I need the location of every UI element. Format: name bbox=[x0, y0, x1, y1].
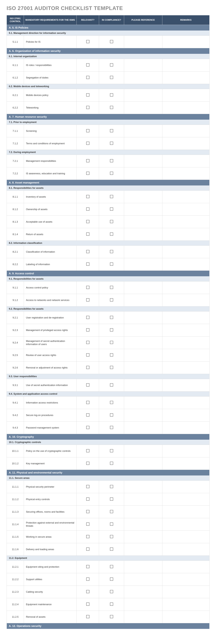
remarks-cell[interactable] bbox=[162, 228, 209, 241]
compliance-checkbox[interactable] bbox=[110, 383, 113, 386]
remarks-cell[interactable] bbox=[162, 167, 209, 180]
compliance-checkbox[interactable] bbox=[110, 298, 113, 302]
relevant-checkbox[interactable] bbox=[86, 262, 89, 266]
compliance-checkbox[interactable] bbox=[110, 341, 113, 344]
remarks-cell[interactable] bbox=[162, 324, 209, 336]
remarks-cell[interactable] bbox=[162, 573, 209, 586]
reference-cell[interactable] bbox=[124, 36, 162, 48]
relevant-checkbox[interactable] bbox=[86, 578, 89, 581]
remarks-cell[interactable] bbox=[162, 258, 209, 271]
reference-cell[interactable] bbox=[124, 362, 162, 374]
reference-cell[interactable] bbox=[124, 506, 162, 518]
reference-cell[interactable] bbox=[124, 481, 162, 493]
reference-cell[interactable] bbox=[124, 409, 162, 422]
relevant-checkbox[interactable] bbox=[86, 535, 89, 538]
compliance-checkbox[interactable] bbox=[110, 328, 113, 332]
reference-cell[interactable] bbox=[124, 125, 162, 137]
compliance-checkbox[interactable] bbox=[110, 565, 113, 568]
compliance-checkbox[interactable] bbox=[110, 129, 113, 132]
reference-cell[interactable] bbox=[124, 203, 162, 216]
remarks-cell[interactable] bbox=[162, 203, 209, 216]
remarks-cell[interactable] bbox=[162, 611, 209, 623]
reference-cell[interactable] bbox=[124, 216, 162, 228]
relevant-checkbox[interactable] bbox=[86, 366, 89, 369]
reference-cell[interactable] bbox=[124, 137, 162, 150]
compliance-checkbox[interactable] bbox=[110, 615, 113, 618]
remarks-cell[interactable] bbox=[162, 445, 209, 457]
relevant-checkbox[interactable] bbox=[86, 341, 89, 344]
relevant-checkbox[interactable] bbox=[86, 522, 89, 526]
remarks-cell[interactable] bbox=[162, 312, 209, 324]
compliance-checkbox[interactable] bbox=[110, 462, 113, 465]
relevant-checkbox[interactable] bbox=[86, 40, 89, 43]
remarks-cell[interactable] bbox=[162, 72, 209, 84]
compliance-checkbox[interactable] bbox=[110, 413, 113, 416]
relevant-checkbox[interactable] bbox=[86, 401, 89, 404]
reference-cell[interactable] bbox=[124, 190, 162, 203]
relevant-checkbox[interactable] bbox=[86, 298, 89, 302]
relevant-checkbox[interactable] bbox=[86, 602, 89, 606]
compliance-checkbox[interactable] bbox=[110, 93, 113, 96]
reference-cell[interactable] bbox=[124, 312, 162, 324]
remarks-cell[interactable] bbox=[162, 362, 209, 374]
remarks-cell[interactable] bbox=[162, 294, 209, 306]
reference-cell[interactable] bbox=[124, 531, 162, 543]
compliance-checkbox[interactable] bbox=[110, 172, 113, 175]
relevant-checkbox[interactable] bbox=[86, 590, 89, 593]
relevant-checkbox[interactable] bbox=[86, 106, 89, 109]
relevant-checkbox[interactable] bbox=[86, 316, 89, 319]
relevant-checkbox[interactable] bbox=[86, 76, 89, 79]
relevant-checkbox[interactable] bbox=[86, 93, 89, 96]
compliance-checkbox[interactable] bbox=[110, 76, 113, 79]
reference-cell[interactable] bbox=[124, 493, 162, 506]
remarks-cell[interactable] bbox=[162, 379, 209, 392]
compliance-checkbox[interactable] bbox=[110, 232, 113, 236]
reference-cell[interactable] bbox=[124, 72, 162, 84]
compliance-checkbox[interactable] bbox=[110, 159, 113, 162]
relevant-checkbox[interactable] bbox=[86, 485, 89, 488]
relevant-checkbox[interactable] bbox=[86, 63, 89, 66]
compliance-checkbox[interactable] bbox=[110, 142, 113, 145]
compliance-checkbox[interactable] bbox=[110, 426, 113, 429]
relevant-checkbox[interactable] bbox=[86, 172, 89, 175]
reference-cell[interactable] bbox=[124, 457, 162, 470]
remarks-cell[interactable] bbox=[162, 422, 209, 434]
relevant-checkbox[interactable] bbox=[86, 462, 89, 465]
reference-cell[interactable] bbox=[124, 246, 162, 258]
relevant-checkbox[interactable] bbox=[86, 426, 89, 429]
relevant-checkbox[interactable] bbox=[86, 129, 89, 132]
remarks-cell[interactable] bbox=[162, 543, 209, 556]
remarks-cell[interactable] bbox=[162, 282, 209, 294]
relevant-checkbox[interactable] bbox=[86, 510, 89, 513]
relevant-checkbox[interactable] bbox=[86, 498, 89, 501]
remarks-cell[interactable] bbox=[162, 102, 209, 114]
reference-cell[interactable] bbox=[124, 167, 162, 180]
reference-cell[interactable] bbox=[124, 586, 162, 598]
reference-cell[interactable] bbox=[124, 294, 162, 306]
remarks-cell[interactable] bbox=[162, 137, 209, 150]
compliance-checkbox[interactable] bbox=[110, 498, 113, 501]
compliance-checkbox[interactable] bbox=[110, 401, 113, 404]
compliance-checkbox[interactable] bbox=[110, 106, 113, 109]
reference-cell[interactable] bbox=[124, 445, 162, 457]
relevant-checkbox[interactable] bbox=[86, 615, 89, 618]
relevant-checkbox[interactable] bbox=[86, 195, 89, 198]
remarks-cell[interactable] bbox=[162, 36, 209, 48]
compliance-checkbox[interactable] bbox=[110, 590, 113, 593]
compliance-checkbox[interactable] bbox=[110, 535, 113, 538]
relevant-checkbox[interactable] bbox=[86, 159, 89, 162]
relevant-checkbox[interactable] bbox=[86, 220, 89, 223]
remarks-cell[interactable] bbox=[162, 518, 209, 531]
relevant-checkbox[interactable] bbox=[86, 353, 89, 356]
remarks-cell[interactable] bbox=[162, 493, 209, 506]
remarks-cell[interactable] bbox=[162, 125, 209, 137]
compliance-checkbox[interactable] bbox=[110, 220, 113, 223]
remarks-cell[interactable] bbox=[162, 216, 209, 228]
compliance-checkbox[interactable] bbox=[110, 602, 113, 606]
compliance-checkbox[interactable] bbox=[110, 63, 113, 66]
remarks-cell[interactable] bbox=[162, 586, 209, 598]
reference-cell[interactable] bbox=[124, 155, 162, 167]
reference-cell[interactable] bbox=[124, 543, 162, 556]
compliance-checkbox[interactable] bbox=[110, 262, 113, 266]
reference-cell[interactable] bbox=[124, 59, 162, 72]
